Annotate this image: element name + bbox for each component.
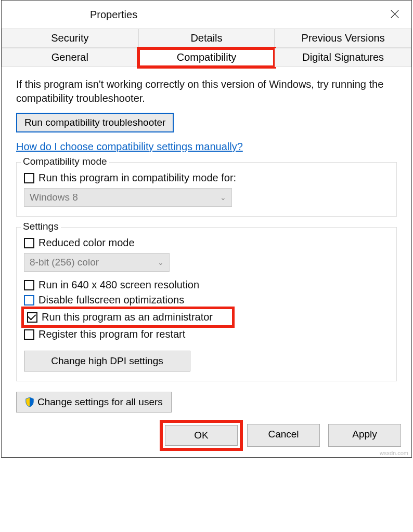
compatibility-mode-legend: Compatibility mode (21, 156, 109, 167)
tab-row-2: General Compatibility Digital Signatures (2, 48, 411, 67)
chevron-down-icon: ⌄ (220, 193, 226, 202)
compat-mode-select-value: Windows 8 (30, 192, 78, 203)
disable-fullscreen-label: Disable fullscreen optimizations (38, 294, 184, 306)
cancel-button[interactable]: Cancel (247, 424, 320, 447)
settings-legend: Settings (21, 221, 61, 232)
ok-highlight: OK (164, 424, 239, 447)
intro-text: If this program isn't working correctly … (16, 77, 397, 105)
run-as-admin-row: Run this program as an administrator (24, 309, 232, 325)
close-button[interactable] (386, 6, 403, 22)
change-all-users-button[interactable]: Change settings for all users (16, 392, 172, 413)
run-as-admin-label: Run this program as an administrator (42, 311, 213, 323)
watermark: wsxdn.com (380, 450, 408, 456)
manual-settings-link[interactable]: How do I choose compatibility settings m… (16, 141, 243, 153)
settings-group: Settings Reduced color mode 8-bit (256) … (16, 227, 397, 381)
ok-button[interactable]: OK (165, 425, 238, 446)
compat-mode-checkbox[interactable] (24, 173, 34, 183)
window-title: Properties (90, 9, 137, 21)
change-all-users-label: Change settings for all users (37, 396, 163, 408)
shield-icon (25, 397, 34, 407)
apply-button[interactable]: Apply (328, 424, 401, 447)
register-restart-label: Register this program for restart (38, 328, 185, 340)
tab-row-1: Security Details Previous Versions (2, 29, 411, 48)
reduced-color-label: Reduced color mode (38, 237, 135, 249)
color-depth-select[interactable]: 8-bit (256) color ⌄ (24, 253, 170, 272)
chevron-down-icon: ⌄ (158, 258, 164, 267)
disable-fullscreen-checkbox[interactable] (24, 295, 34, 305)
properties-dialog: Properties Security Details Previous Ver… (1, 0, 412, 458)
tab-details[interactable]: Details (138, 29, 275, 48)
change-dpi-button[interactable]: Change high DPI settings (24, 351, 190, 371)
reduced-color-checkbox[interactable] (24, 238, 34, 248)
compat-mode-select[interactable]: Windows 8 ⌄ (24, 188, 232, 207)
low-res-checkbox[interactable] (24, 280, 34, 290)
tab-digital-signatures[interactable]: Digital Signatures (275, 48, 411, 67)
compat-mode-label: Run this program in compatibility mode f… (38, 172, 236, 184)
close-icon (389, 8, 401, 20)
tab-security[interactable]: Security (2, 29, 138, 48)
color-depth-value: 8-bit (256) color (30, 257, 99, 268)
tab-general[interactable]: General (2, 48, 138, 67)
register-restart-checkbox[interactable] (24, 329, 34, 340)
run-as-admin-checkbox[interactable] (27, 312, 37, 323)
run-troubleshooter-button[interactable]: Run compatibility troubleshooter (16, 113, 174, 132)
titlebar: Properties (2, 1, 411, 29)
dialog-footer: OK Cancel Apply (2, 418, 411, 457)
compatibility-mode-group: Compatibility mode Run this program in c… (16, 162, 397, 217)
tab-content: If this program isn't working correctly … (2, 67, 411, 418)
low-res-label: Run in 640 x 480 screen resolution (38, 279, 199, 291)
tab-previous-versions[interactable]: Previous Versions (275, 29, 411, 48)
tab-compatibility[interactable]: Compatibility (138, 48, 275, 67)
